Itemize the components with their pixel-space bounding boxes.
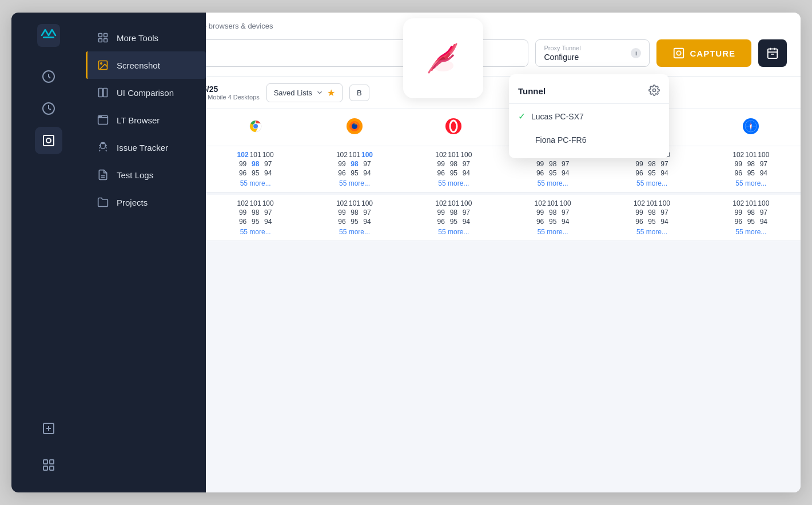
version-num[interactable]: 97	[262, 209, 274, 217]
version-num[interactable]: 99	[435, 209, 447, 217]
version-num[interactable]: 101	[349, 199, 360, 207]
version-num[interactable]: 99	[336, 160, 348, 168]
version-num[interactable]: 99	[435, 160, 447, 168]
more-link-edge-w11[interactable]: 55 more...	[538, 179, 568, 187]
version-num[interactable]: 94	[659, 218, 670, 226]
version-num[interactable]: 95	[349, 218, 360, 226]
proxy-info-icon[interactable]: i	[631, 48, 641, 58]
version-num[interactable]: 100	[659, 199, 670, 207]
version-num[interactable]: 96	[237, 169, 249, 177]
version-num[interactable]: 96	[435, 218, 447, 226]
version-num[interactable]: 101	[646, 199, 658, 207]
more-link-firefox-w10[interactable]: 55 more...	[339, 228, 370, 236]
proxy-tunnel-wrapper[interactable]: Proxy Tunnel Configure i	[535, 39, 650, 67]
saved-lists-button[interactable]: Saved Lists ★	[266, 83, 343, 102]
version-num[interactable]: 99	[237, 209, 249, 217]
version-num[interactable]: 102	[733, 151, 744, 159]
version-num[interactable]: 97	[758, 160, 769, 168]
menu-item-screenshot[interactable]: Screenshot	[86, 51, 206, 79]
version-num[interactable]: 101	[448, 151, 459, 159]
version-num[interactable]: 98	[646, 160, 658, 168]
version-num[interactable]: 100	[361, 151, 373, 159]
menu-item-lt-browser[interactable]: LT Browser	[86, 106, 206, 134]
menu-item-issue-tracker[interactable]: Issue Tracker	[86, 134, 206, 161]
version-num[interactable]: 94	[361, 169, 373, 177]
version-num[interactable]: 96	[733, 169, 744, 177]
version-num[interactable]: 97	[659, 160, 670, 168]
capture-button[interactable]: CAPTURE	[656, 39, 751, 67]
version-num[interactable]: 96	[336, 218, 348, 226]
version-num[interactable]: 97	[659, 209, 670, 217]
version-num[interactable]: 100	[262, 199, 274, 207]
version-num[interactable]: 100	[361, 199, 373, 207]
version-num[interactable]: 96	[535, 218, 546, 226]
version-num[interactable]: 98	[448, 160, 459, 168]
version-num[interactable]: 101	[349, 151, 360, 159]
gear-button[interactable]	[648, 85, 660, 98]
version-num[interactable]: 94	[262, 169, 274, 177]
version-num[interactable]: 95	[745, 218, 757, 226]
version-num[interactable]: 99	[336, 209, 348, 217]
version-num[interactable]: 98	[349, 209, 360, 217]
version-num[interactable]: 97	[560, 209, 571, 217]
version-num[interactable]: 101	[250, 151, 261, 159]
version-num[interactable]: 98	[646, 209, 658, 217]
version-num[interactable]: 100	[560, 199, 571, 207]
menu-item-projects[interactable]: Projects	[86, 189, 206, 216]
version-num[interactable]: 94	[361, 218, 373, 226]
version-num[interactable]: 98	[448, 209, 459, 217]
version-num[interactable]: 94	[262, 218, 274, 226]
version-num[interactable]: 98	[250, 160, 261, 168]
version-num[interactable]: 94	[460, 169, 472, 177]
more-link-chrome-w11[interactable]: 55 more...	[240, 179, 271, 187]
version-num[interactable]: 98	[349, 160, 360, 168]
version-num[interactable]: 96	[733, 218, 744, 226]
version-num[interactable]: 98	[547, 209, 559, 217]
version-num[interactable]: 95	[547, 218, 559, 226]
version-num[interactable]: 100	[460, 199, 472, 207]
menu-item-more-tools[interactable]: More Tools	[86, 24, 206, 51]
version-num[interactable]: 102	[435, 151, 447, 159]
version-num[interactable]: 102	[535, 199, 546, 207]
browser-filter-btn[interactable]: B	[349, 85, 369, 101]
schedule-button[interactable]	[758, 39, 787, 67]
version-num[interactable]: 101	[250, 199, 261, 207]
version-num[interactable]: 102	[237, 199, 249, 207]
sidebar-icon-dashboard[interactable]	[35, 63, 62, 90]
version-num[interactable]: 95	[448, 169, 459, 177]
version-num[interactable]: 102	[435, 199, 447, 207]
version-num[interactable]: 100	[758, 199, 769, 207]
more-link-firefox-w11[interactable]: 55 more...	[339, 179, 370, 187]
more-link-opera-w10[interactable]: 55 more...	[438, 228, 469, 236]
version-num[interactable]: 99	[535, 209, 546, 217]
version-num[interactable]: 97	[560, 160, 571, 168]
version-num[interactable]: 94	[758, 218, 769, 226]
version-num[interactable]: 99	[733, 160, 744, 168]
tunnel-item-fiona[interactable]: Fiona PC-FR6	[509, 129, 669, 151]
version-num[interactable]: 98	[547, 160, 559, 168]
more-link-safari-w10[interactable]: 55 more...	[735, 228, 766, 236]
version-num[interactable]: 96	[634, 218, 645, 226]
version-num[interactable]: 97	[262, 160, 274, 168]
version-num[interactable]: 94	[560, 169, 571, 177]
menu-item-test-logs[interactable]: Test Logs	[86, 161, 206, 189]
version-num[interactable]: 102	[336, 151, 348, 159]
version-num[interactable]: 100	[758, 151, 769, 159]
version-num[interactable]: 101	[448, 199, 459, 207]
version-num[interactable]: 96	[336, 169, 348, 177]
tunnel-item-lucas[interactable]: ✓ Lucas PC-SX7	[509, 104, 669, 129]
version-num[interactable]: 96	[237, 218, 249, 226]
version-num[interactable]: 100	[262, 151, 274, 159]
version-num[interactable]: 99	[535, 160, 546, 168]
version-num[interactable]: 102	[634, 199, 645, 207]
version-num[interactable]: 98	[745, 160, 757, 168]
sidebar-icon-add[interactable]	[35, 415, 62, 442]
version-num[interactable]: 101	[745, 199, 757, 207]
version-num[interactable]: 97	[460, 160, 472, 168]
version-num[interactable]: 95	[349, 169, 360, 177]
version-num[interactable]: 97	[460, 209, 472, 217]
version-num[interactable]: 95	[250, 218, 261, 226]
more-link-chrome-w10[interactable]: 55 more...	[240, 228, 271, 236]
version-num[interactable]: 95	[745, 169, 757, 177]
version-num[interactable]: 99	[733, 209, 744, 217]
